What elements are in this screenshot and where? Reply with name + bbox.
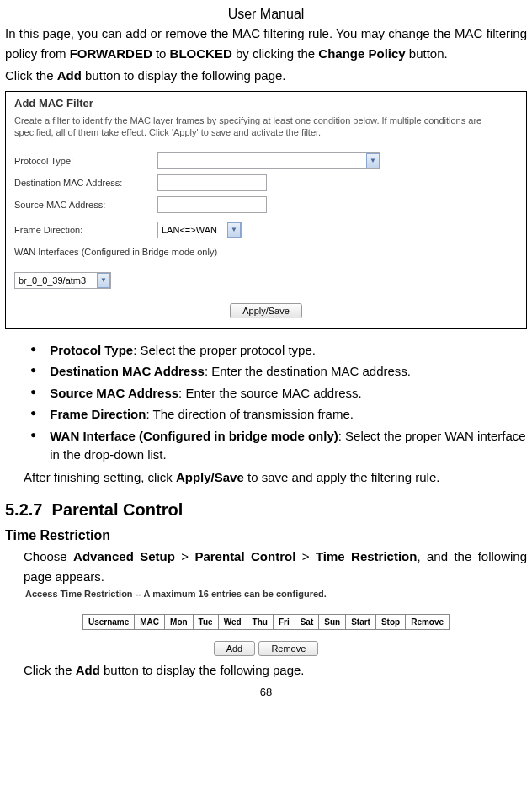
- screenshot2-title: Access Time Restriction -- A maximum 16 …: [25, 589, 507, 599]
- protocol-type-select[interactable]: ▼: [157, 152, 380, 169]
- table-header: Fri: [273, 615, 295, 630]
- bold: BLOCKED: [170, 46, 232, 61]
- text: to: [152, 46, 170, 61]
- table-header: Start: [346, 615, 376, 630]
- after-finishing-text: After finishing setting, click Apply/Sav…: [24, 468, 527, 488]
- screenshot-description: Create a filter to identify the MAC laye…: [14, 115, 518, 139]
- bullet-icon: ●: [30, 362, 36, 382]
- bold: Add: [57, 68, 82, 83]
- screenshot-title: Add MAC Filter: [14, 97, 518, 109]
- text: button to display the following page.: [82, 68, 286, 83]
- bold: Change Policy: [318, 46, 405, 61]
- section-heading: 5.2.7 Parental Control: [5, 500, 527, 520]
- table-header: Wed: [218, 615, 247, 630]
- intro-paragraph-1: In this page, you can add or remove the …: [5, 24, 527, 64]
- wan-interfaces-label: WAN Interfaces (Configured in Bridge mod…: [14, 247, 518, 257]
- dropdown-icon: ▼: [227, 222, 241, 238]
- dropdown-icon: ▼: [366, 153, 380, 168]
- apply-save-button[interactable]: Apply/Save: [230, 303, 302, 318]
- dropdown-icon: ▼: [97, 273, 110, 288]
- add-button[interactable]: Add: [214, 641, 256, 656]
- page-number: 68: [5, 686, 527, 698]
- intro-paragraph-2: Click the Add button to display the foll…: [5, 66, 527, 86]
- table-header: Remove: [406, 615, 450, 630]
- bullet-text: Protocol Type: Select the proper protoco…: [50, 341, 527, 360]
- frame-direction-select[interactable]: LAN<=>WAN ▼: [157, 222, 242, 238]
- text: Click the: [5, 68, 57, 83]
- bullet-list: ● Protocol Type: Select the proper proto…: [24, 341, 527, 465]
- bullet-text: Frame Direction: The direction of transm…: [50, 405, 527, 425]
- bold: FORWARDED: [70, 46, 152, 61]
- protocol-type-label: Protocol Type:: [14, 156, 157, 166]
- source-mac-input[interactable]: [157, 196, 267, 213]
- bullet-icon: ●: [30, 384, 36, 403]
- subsection-heading: Time Restriction: [5, 528, 527, 543]
- table-header: MAC: [135, 615, 165, 630]
- table-header: Thu: [247, 615, 273, 630]
- screenshot-time-restriction: Access Time Restriction -- A maximum 16 …: [24, 587, 508, 658]
- page-header: User Manual: [5, 7, 527, 22]
- bullet-text: Destination MAC Address: Enter the desti…: [50, 362, 527, 382]
- table-header: Sun: [319, 615, 346, 630]
- dest-mac-label: Destination MAC Address:: [14, 178, 157, 188]
- bullet-text: WAN Interface (Configured in bridge mode…: [50, 427, 527, 465]
- choose-path-text: Choose Advanced Setup > Parental Control…: [24, 547, 527, 587]
- table-header: Sat: [295, 615, 319, 630]
- table-header: Stop: [375, 615, 405, 630]
- wan-interface-select[interactable]: br_0_0_39/atm3 ▼: [14, 272, 111, 289]
- wan-interface-value: br_0_0_39/atm3: [19, 275, 86, 286]
- screenshot-add-mac-filter: Add MAC Filter Create a filter to identi…: [5, 91, 527, 329]
- frame-direction-label: Frame Direction:: [14, 225, 157, 235]
- text: button.: [406, 46, 448, 61]
- text: by clicking the: [232, 46, 319, 61]
- table-header: Mon: [165, 615, 194, 630]
- bullet-icon: ●: [30, 427, 36, 465]
- table-header: Username: [82, 615, 134, 630]
- remove-button[interactable]: Remove: [258, 641, 318, 656]
- bullet-text: Source MAC Address: Enter the source MAC…: [50, 384, 527, 403]
- frame-direction-value: LAN<=>WAN: [162, 225, 217, 235]
- time-restriction-table: Username MAC Mon Tue Wed Thu Fri Sat Sun…: [82, 614, 450, 630]
- dest-mac-input[interactable]: [157, 174, 267, 191]
- click-add-text: Click the Add button to display the foll…: [24, 661, 527, 681]
- bullet-icon: ●: [30, 405, 36, 425]
- source-mac-label: Source MAC Address:: [14, 200, 157, 210]
- table-header: Tue: [193, 615, 218, 630]
- bullet-icon: ●: [30, 341, 36, 360]
